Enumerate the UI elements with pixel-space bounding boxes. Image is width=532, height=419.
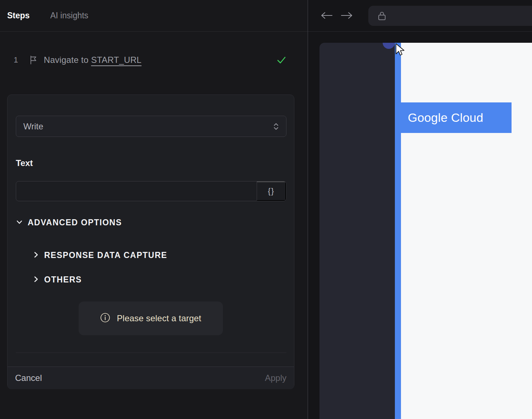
- card-footer: Cancel Apply: [8, 367, 294, 389]
- section-response-data-capture[interactable]: RESPONSE DATA CAPTURE: [33, 250, 167, 260]
- browser-panel: Google Cloud: [308, 0, 532, 419]
- info-icon: [100, 313, 110, 324]
- text-input[interactable]: [16, 181, 257, 201]
- cursor-pointer-icon: [395, 43, 408, 57]
- chevron-right-icon: [33, 251, 39, 260]
- chevron-updown-icon: [273, 122, 279, 131]
- text-field-wrap: {}: [16, 181, 286, 201]
- action-select-value: Write: [23, 121, 273, 132]
- cancel-button[interactable]: Cancel: [15, 373, 42, 383]
- step-target-link[interactable]: START_URL: [91, 55, 142, 65]
- highlight-label-text: Google Cloud: [408, 111, 483, 125]
- apply-button[interactable]: Apply: [265, 373, 286, 383]
- section-others[interactable]: OTHERS: [33, 275, 82, 285]
- step-item[interactable]: 1 Navigate to START_URL: [0, 49, 308, 71]
- tab-ai-insights[interactable]: AI insights: [50, 0, 88, 31]
- step-success-check-icon: [276, 54, 287, 66]
- app-window: Steps AI insights 1 Navigate to START_UR…: [0, 0, 532, 419]
- step-action-text: Navigate to: [44, 55, 91, 65]
- action-select[interactable]: Write: [16, 116, 286, 137]
- back-button[interactable]: [320, 10, 333, 21]
- response-data-capture-label: RESPONSE DATA CAPTURE: [44, 250, 167, 260]
- element-highlight-bar: [395, 43, 401, 419]
- selection-badge: [383, 43, 395, 49]
- chevron-down-icon: [16, 218, 23, 227]
- panel-tabs: Steps AI insights: [0, 0, 308, 31]
- page-preview[interactable]: Google Cloud: [319, 43, 532, 419]
- insert-variable-button[interactable]: {}: [257, 181, 286, 201]
- step-editor-card: Write Text {} ADVANCED OPTIONS: [7, 95, 294, 389]
- steps-panel: Steps AI insights 1 Navigate to START_UR…: [0, 0, 308, 419]
- forward-button[interactable]: [340, 10, 353, 21]
- others-label: OTHERS: [44, 275, 82, 285]
- flag-icon: [29, 56, 37, 64]
- lock-icon: [378, 11, 386, 21]
- step-title: Navigate to START_URL: [44, 55, 141, 65]
- header-divider: [0, 31, 308, 32]
- toolbar-divider: [308, 31, 532, 32]
- advanced-options-toggle[interactable]: ADVANCED OPTIONS: [16, 218, 122, 227]
- target-notice: Please select a target: [79, 301, 223, 335]
- card-inner-divider: [16, 353, 286, 353]
- highlight-label-box: Google Cloud: [401, 102, 512, 133]
- chevron-right-icon: [33, 276, 39, 284]
- address-bar[interactable]: [368, 6, 532, 26]
- tab-steps[interactable]: Steps: [7, 0, 30, 31]
- step-number: 1: [14, 55, 18, 65]
- browser-toolbar: [308, 0, 532, 31]
- text-field-label: Text: [16, 158, 33, 168]
- advanced-options-label: ADVANCED OPTIONS: [28, 218, 122, 227]
- target-notice-text: Please select a target: [117, 313, 201, 323]
- preview-page-body: [401, 43, 532, 419]
